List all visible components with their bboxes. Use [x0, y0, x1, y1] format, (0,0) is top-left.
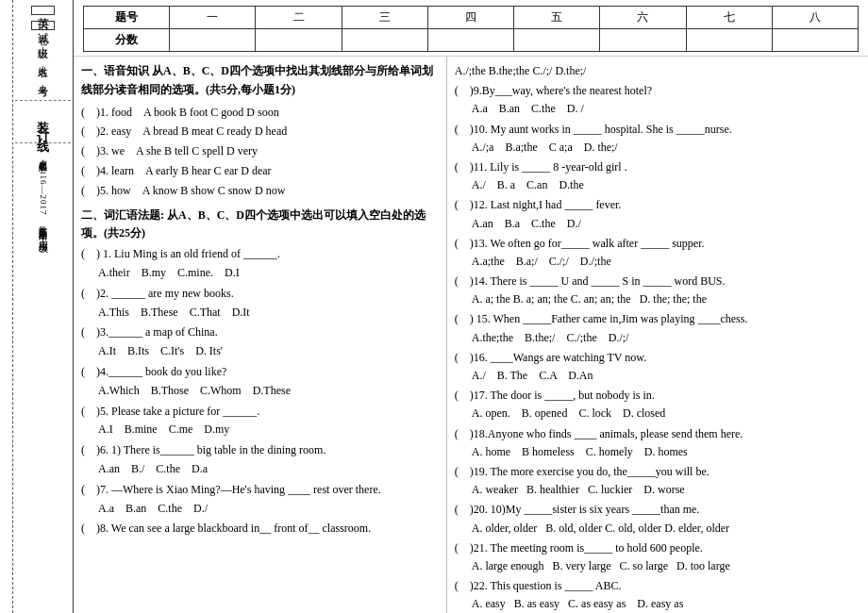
r-q22: ( )22. This question is _____ ABC. A. ea…: [455, 577, 860, 613]
s1-q1-text: food: [111, 106, 132, 119]
r-q22-opts: A. easy B. as easy C. as easy as D. easy…: [455, 595, 860, 613]
section1-title: 一、语音知识 从A、B、C、D四个选项中找出其划线部分与所给单词划线部分读音相同…: [81, 62, 439, 100]
s1-q2: ( )2. easy A bread B meat C ready D head: [81, 123, 439, 141]
score-label: 分数: [84, 29, 170, 52]
s2-q3: ( )3.______ a map of China. A.It B.Its C…: [81, 323, 439, 361]
exam-type-label: 试卷: [31, 21, 55, 30]
r-q20-opts: A. older, older B. old, older C. old, ol…: [455, 520, 860, 538]
header-col1: 一: [170, 7, 256, 29]
r-q14: ( )14. There is _____ U and _____ S in _…: [455, 273, 860, 308]
s1-q3-num: 3.: [100, 144, 111, 157]
school-info: 卢龙初级中心 20.16—2017 学年度第二学期期中: [38, 153, 48, 227]
r-q12-opts: A.an B.a C.the D./: [455, 215, 860, 233]
score-val5: [514, 29, 600, 52]
r-q14-opts: A. a; the B. a; an; the C. an; an; the D…: [455, 290, 860, 308]
header-col2: 二: [256, 7, 342, 29]
r-q16: ( )16. ____Wangs are watching TV now. A.…: [455, 349, 860, 385]
q8-opts: A./;the B.the;the C./;/ D.the;/: [455, 62, 860, 80]
r-q12: ( )12. Last night,I had _____ fever. A.a…: [455, 196, 860, 232]
r-q20: ( )20. 10)My _____sister is six years __…: [455, 501, 860, 537]
r-q17: ( )17. The door is _____, but nobody is …: [455, 387, 860, 422]
binding-word: 装: [35, 110, 52, 114]
r-q9: ( )9.By___way, where's the nearest hotel…: [455, 82, 860, 118]
s1-q3-text: we: [111, 144, 125, 157]
s2-q2-opts: A.This B.These C.That D.It: [81, 304, 439, 323]
score-val7: [686, 29, 772, 52]
r-q18: ( )18.Anyone who finds ____ animals, ple…: [455, 425, 860, 461]
sidebar-panel: 英语 试卷 班级： 姓名： 考号： 装 订 线 卢龙初级中心 20.16—201…: [13, 0, 74, 613]
s1-q5-text: how: [111, 184, 131, 197]
s1-q5-opts: A know B show C snow D now: [142, 184, 286, 197]
s2-q3-opts: A.It B.Its C.It's D. Its': [81, 342, 439, 361]
score-val8: [772, 29, 858, 52]
s2-q2: ( )2. ______ are my new books. A.This B.…: [81, 285, 439, 323]
s1-q5: ( )5. how A know B show C snow D now: [81, 182, 439, 201]
r-q11-opts: A./ B. a C.an D.the: [455, 176, 860, 194]
s1-q4-opts: A early B hear C ear D dear: [145, 164, 272, 177]
header-table-section: 题号 一 二 三 四 五 六 七 八 分数: [74, 0, 868, 57]
r-q11: ( )11. Lily is _____ 8 -year-old girl . …: [455, 158, 860, 194]
r-q13-opts: A.a;the B.a;/ C./;/ D./;the: [455, 253, 860, 271]
s1-q4-num: 4.: [100, 164, 111, 177]
r-q13: ( )13. We often go for_____ walk after _…: [455, 235, 860, 271]
s2-q4-opts: A.Which B.Those C.Whom D.These: [81, 382, 439, 401]
s1-q1-opts: A book B foot C good D soon: [143, 106, 279, 119]
r-q15-opts: A.the;the B.the;/ C./;the D./;/: [455, 329, 860, 347]
s1-q5-paren: ( ): [81, 184, 100, 197]
score-val3: [342, 29, 427, 52]
s1-q1: ( )1. food A book B foot C good D soon: [81, 104, 439, 123]
r-q16-opts: A./ B. The C.A D.An: [455, 367, 860, 385]
s2-q5: ( )5. Please take a picture for ______. …: [81, 403, 439, 440]
s2-q1: ( ) 1. Liu Ming is an old friend of ____…: [81, 245, 439, 283]
r-q19: ( )19. The more exercise you do, the____…: [455, 463, 860, 499]
num-line: 考号：: [36, 77, 50, 91]
name-line: 姓名：: [36, 58, 50, 72]
s2-q6: ( )6. 1) There is______ big table in the…: [81, 441, 439, 479]
s1-q1-num: 1.: [100, 106, 111, 119]
s1-q3: ( )3. we A she B tell C spell D very: [81, 142, 439, 161]
s1-q4-text: learn: [111, 164, 134, 177]
left-column: 一、语音知识 从A、B、C、D四个选项中找出其划线部分与所给单词划线部分读音相同…: [74, 57, 447, 613]
s2-q5-opts: A.I B.mine C.me D.my: [81, 421, 439, 439]
r-q21-opts: A. large enough B. very large C. so larg…: [455, 557, 860, 575]
r-q18-opts: A. home B homeless C. homely D. homes: [455, 443, 860, 461]
s1-q1-paren: ( ): [81, 106, 100, 119]
r-q17-opts: A. open. B. opened C. lock D. closed: [455, 405, 860, 422]
header-tihao: 题号: [84, 7, 170, 29]
r-q21: ( )21. The meeting room is_____ to hold …: [455, 539, 860, 575]
class-line: 班级：: [36, 40, 50, 53]
s2-q8: ( )8. We can see a large blackboard in__…: [81, 520, 439, 538]
s2-q7: ( )7. —Where is Xiao Ming?—He's having _…: [81, 481, 439, 519]
s1-q3-paren: ( ): [81, 144, 100, 157]
s1-q2-opts: A bread B meat C ready D head: [142, 124, 287, 138]
s1-q5-num: 5.: [100, 184, 111, 197]
header-col6: 六: [600, 7, 686, 29]
header-col8: 八: [772, 7, 858, 29]
s1-q2-paren: ( ): [81, 124, 100, 138]
order-word: 订: [35, 120, 52, 124]
score-header-table: 题号 一 二 三 四 五 六 七 八 分数: [83, 6, 859, 52]
score-val2: [256, 29, 342, 52]
line-word: 线: [35, 129, 52, 133]
header-col7: 七: [686, 7, 772, 29]
s2-q7-opts: A.a B.an C.the D./: [81, 500, 439, 519]
s2-q1-opts: A.their B.my C.mine. D.I: [81, 264, 439, 283]
r-q19-opts: A. weaker B. healthier C. luckier D. wor…: [455, 481, 860, 499]
r-q9-opts: A.a B.an C.the D. /: [455, 100, 860, 118]
r-q10-opts: A./;a B.a;the C a;a D. the;/: [455, 139, 860, 157]
score-val6: [600, 29, 686, 52]
score-val1: [170, 29, 256, 52]
right-column: A./;the B.the;the C./;/ D.the;/ ( )9.By_…: [447, 57, 868, 613]
s2-q4: ( )4.______ book do you like? A.Which B.…: [81, 363, 439, 401]
s1-q4-paren: ( ): [81, 164, 100, 177]
r-q10: ( )10. My aunt works in _____ hospital. …: [455, 121, 860, 157]
s2-q6-opts: A.an B./ C.the D.a: [81, 460, 439, 479]
s1-q2-text: easy: [111, 124, 131, 138]
header-col4: 四: [427, 7, 513, 29]
s1-q2-num: 2.: [100, 124, 111, 138]
subject-label: 英语: [31, 6, 55, 15]
section2-title: 二、词汇语法题: 从A、B、C、D四个选项中选出可以填入空白处的选项。(共25分…: [81, 207, 439, 244]
r-q15: ( ) 15. When _____Father came in,Jim was…: [455, 310, 860, 346]
main-content: 题号 一 二 三 四 五 六 七 八 分数: [74, 0, 868, 613]
score-val4: [427, 29, 513, 52]
